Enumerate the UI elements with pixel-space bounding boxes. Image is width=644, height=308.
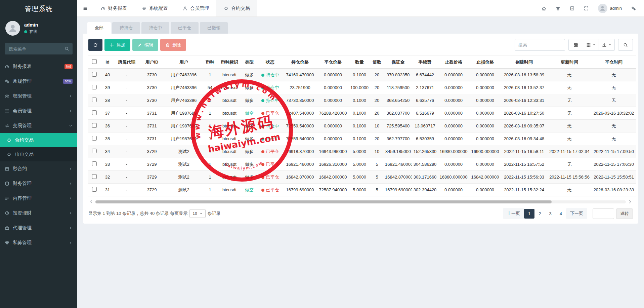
nav-tab-contract-trade[interactable]: 合约交易 [216,0,257,16]
nav-tab-system-config[interactable]: 系统配置 [134,0,175,16]
cell-user: 用户1987689 [165,132,203,145]
cell-uid: 3729 [139,184,165,196]
col-created[interactable]: 创建时间 [501,56,547,69]
search-button[interactable] [618,39,633,51]
nav-tab-member-manage[interactable]: 会员管理 [175,0,216,16]
fullscreen-icon[interactable] [584,6,589,11]
refresh-button[interactable] [88,39,102,51]
scroll-left-icon[interactable] [89,199,94,204]
row-checkbox[interactable] [92,161,97,166]
table-row[interactable]: 31-3729测试21btcusdt做空已平仓16799.69000072587… [88,184,636,196]
col-coin[interactable]: 币种 [203,56,217,69]
sidebar-item-member-manage[interactable]: 会员管理 [0,104,77,118]
row-checkbox[interactable] [92,110,97,115]
home-icon[interactable] [542,6,546,11]
col-user[interactable]: 用户 [165,56,203,69]
col-uid[interactable]: 用户ID [139,56,165,69]
scrollbar-thumb[interactable] [95,200,552,203]
prev-page-button[interactable]: 上一页 [503,208,524,219]
jump-button[interactable]: 跳转 [616,208,633,219]
col-close_price[interactable]: 平仓价格 [317,56,349,69]
table-search-input[interactable] [515,39,565,51]
delete-button[interactable]: 删除 [160,39,186,51]
sidebar-item-trade-manage[interactable]: 交易管理 [0,118,77,133]
sidebar-item-private-manage[interactable]: 私募管理 [0,235,77,250]
col-amount[interactable]: 数量 [349,56,370,69]
trash-icon[interactable] [556,6,560,11]
filter-tab-0[interactable]: 全部 [87,22,111,34]
col-agent[interactable]: 所属代理 [115,56,139,69]
next-page-button[interactable]: 下一页 [566,208,587,219]
sidebar-item-permission-manage[interactable]: 权限管理 [0,89,77,104]
row-checkbox[interactable] [92,174,97,179]
col-tp_price[interactable]: 止盈价格 [438,56,469,69]
sidebar-item-general-manage[interactable]: 常规管理new [0,74,77,89]
col-symbol[interactable]: 币种标识 [217,56,242,69]
columns-button[interactable] [583,39,599,51]
sidebar-item-invest-manage[interactable]: 投资理财 [0,206,77,221]
col-multiple[interactable]: 倍数 [370,56,384,69]
filter-tab-2[interactable]: 持仓中 [141,22,169,34]
table-row[interactable]: 37-3731用户19876891btcusdt做空已平仓72407.54000… [88,107,636,120]
chevron-left-icon [69,166,73,171]
scroll-right-icon[interactable] [628,199,632,204]
navbar-user-menu[interactable]: admin [598,4,622,13]
sidebar-item-content-manage[interactable]: 内容管理 [0,191,77,206]
page-button-3[interactable]: 3 [545,209,556,219]
row-checkbox[interactable] [92,136,97,141]
row-checkbox[interactable] [92,85,97,89]
col-closed[interactable]: 平仓时间 [592,56,636,69]
table-row[interactable]: 33-3729测试21btcusdt做多已平仓16921.46000016926… [88,158,636,171]
jump-page-input[interactable] [593,208,614,219]
table-row[interactable]: 36-3731用户19876891btcusdt做多持仓中72559.54000… [88,120,636,132]
sidebar-item-second-contract[interactable]: 秒合约 [0,161,77,176]
sidebar-item-contract-trade[interactable]: 合约交易 [0,133,77,147]
col-sl_price[interactable]: 止损价格 [469,56,501,69]
filter-tab-1[interactable]: 待持仓 [112,22,140,34]
col-id[interactable]: id [100,56,115,69]
scrollbar-track[interactable] [95,200,626,203]
sidebar-search-input[interactable] [5,43,73,54]
col-status[interactable]: 状态 [257,56,283,69]
filter-tab-4[interactable]: 已撤销 [200,22,228,34]
row-checkbox[interactable] [92,149,97,153]
table-row[interactable]: 40-3730用户74633961btcusdt做多持仓中74160.47000… [88,69,636,81]
row-checkbox[interactable] [92,98,97,102]
export-button[interactable] [599,39,615,51]
cell-created: 2022-11-15 16:57:52 [501,158,547,171]
row-checkbox[interactable] [92,187,97,192]
row-checkbox[interactable] [92,123,97,128]
row-checkbox[interactable] [92,72,97,77]
col-fee[interactable]: 手续费 [412,56,438,69]
table-row[interactable]: 35-3731用户19876891btcusdt做多持仓中72559.54000… [88,132,636,145]
page-button-4[interactable]: 4 [556,209,566,219]
gears-icon[interactable] [631,6,636,11]
sidebar-item-agent-manage[interactable]: 代理管理 [0,221,77,235]
add-button[interactable]: 添加 [104,39,130,51]
sidebar-item-label: 秒合约 [13,166,66,172]
filter-tab-3[interactable]: 已平仓 [171,22,199,34]
page-button-1[interactable]: 1 [524,209,534,219]
table-row[interactable]: 39-3730用户746339654riverusdt做多持仓中23.75190… [88,81,636,94]
table-row[interactable]: 34-3729测试21btcusdt做多已平仓16918.37000016943… [88,145,636,158]
cell-check [88,184,100,196]
col-open_price[interactable]: 持仓价格 [283,56,317,69]
detail-view-button[interactable] [568,39,583,51]
sidebar-item-finance-manage[interactable]: 财务管理 [0,176,77,191]
cell-sl_price: 16900.000000 [469,145,501,158]
nav-tab-finance-report[interactable]: 财务报表 [93,0,134,16]
cell-open_price: 23.751900 [283,81,317,94]
language-icon[interactable]: A [570,6,574,11]
page-size-select[interactable]: 10 [189,209,205,218]
col-updated[interactable]: 更新时间 [547,56,592,69]
select-all-checkbox[interactable] [92,59,97,64]
table-row[interactable]: 38-3730用户74633961btcusdt做多持仓中73730.85000… [88,94,636,107]
sidebar-item-finance-report[interactable]: 财务报表hot [0,59,77,74]
col-margin[interactable]: 保证金 [384,56,412,69]
col-type[interactable]: 类型 [242,56,257,69]
sidebar-item-coin-trade[interactable]: 币币交易 [0,147,77,161]
edit-button[interactable]: 编辑 [132,39,158,51]
hamburger-button[interactable] [77,0,93,16]
table-row[interactable]: 32-3729测试21btcusdt做多已平仓16842.87000016842… [88,171,636,184]
page-button-2[interactable]: 2 [534,209,545,219]
